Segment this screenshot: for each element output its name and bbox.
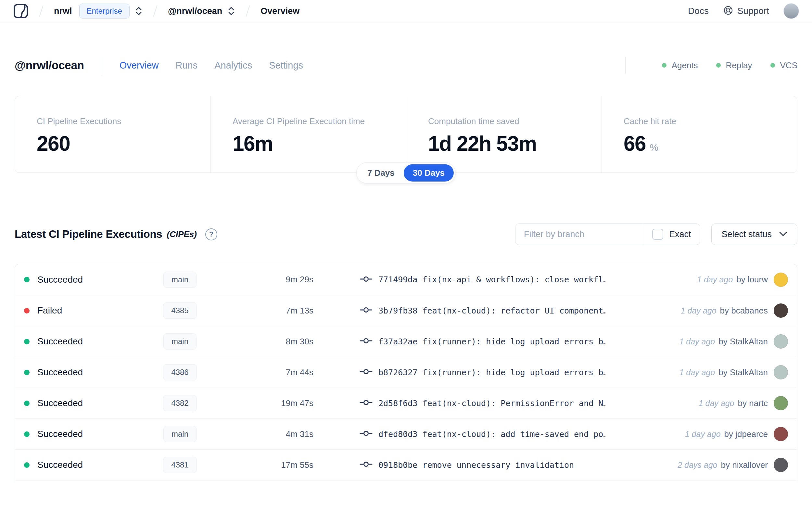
divider (102, 55, 102, 76)
env-label: Agents (672, 60, 698, 71)
cipe-row[interactable]: Succeeded 4386 7m 44s b8726327 fix(runne… (15, 357, 797, 388)
status-text: Succeeded (37, 398, 83, 408)
page-title: @nrwl/ocean (15, 59, 84, 72)
env-status-group: Agents Replay VCS (625, 57, 797, 74)
branch-badge: 4385 (163, 302, 197, 319)
commit-author: by StalkAltan (718, 336, 768, 347)
branch-badge: 4382 (163, 395, 197, 411)
env-status-agents[interactable]: Agents (662, 60, 698, 71)
tab-analytics[interactable]: Analytics (214, 60, 252, 71)
branch-filter-input[interactable] (516, 224, 643, 245)
nx-cloud-logo-icon[interactable] (13, 3, 29, 19)
stat-average-execution-time: Average CI Pipeline Execution time 16m (211, 96, 406, 172)
cipe-section-header: Latest CI Pipeline Executions (CIPEs) ? … (15, 224, 797, 245)
duration-text: 4m 31s (217, 429, 315, 439)
status-dot-icon (24, 308, 30, 314)
branch-badge: 4381 (163, 457, 197, 473)
env-label: VCS (780, 60, 797, 71)
org-switcher-chevron-icon[interactable] (135, 6, 142, 16)
stat-value: 260 (37, 132, 211, 155)
author-avatar (774, 334, 788, 349)
breadcrumb-workspace[interactable]: @nrwl/ocean (168, 6, 222, 16)
divider (625, 57, 626, 74)
commit-author: by lourw (736, 274, 768, 285)
branch-badge: 4386 (163, 364, 197, 380)
git-commit-icon (359, 275, 372, 284)
commit-author: by StalkAltan (718, 368, 768, 377)
status-text: Succeeded (37, 429, 83, 439)
status-dot-icon (24, 401, 30, 406)
stat-label: Computation time saved (428, 116, 601, 126)
status-select-button[interactable]: Select status (711, 224, 797, 245)
cipe-row[interactable]: Failed 4385 7m 13s 3b79fb38 feat(nx-clou… (15, 295, 797, 326)
duration-text: 19m 47s (217, 398, 315, 408)
commit-time: 1 day ago (685, 430, 721, 439)
commit-author: by jdpearce (724, 429, 768, 439)
breadcrumb-slash (153, 5, 157, 17)
tab-runs[interactable]: Runs (176, 60, 198, 71)
top-nav: nrwl Enterprise @nrwl/ocean Overview Doc… (0, 0, 812, 22)
stats-panel: CI Pipeline Executions 260 Average CI Pi… (15, 96, 797, 173)
cipe-row[interactable]: Succeeded main 4m 31s dfed80d3 feat(nx-c… (15, 418, 797, 449)
cipe-row[interactable]: Succeeded main 9m 29s 771499da fix(nx-ap… (15, 264, 797, 295)
table-tail-divider (15, 480, 797, 483)
git-commit-icon (359, 399, 372, 408)
cipe-row[interactable]: Succeeded 4381 17m 55s 0918b0be remove u… (15, 449, 797, 480)
stat-label: Cache hit rate (624, 116, 797, 126)
commit-author: by bcabanes (720, 306, 768, 316)
commit-message: dfed80d3 feat(nx-cloud): add time-saved … (378, 430, 606, 439)
stat-cache-hit-rate: Cache hit rate 66% (601, 96, 797, 172)
status-text: Failed (37, 305, 62, 316)
env-label: Replay (726, 60, 752, 71)
commit-message: 2d58f6d3 feat(nx-cloud): PermissionError… (378, 399, 606, 408)
branch-filter-group: Exact (515, 224, 701, 245)
stat-computation-time-saved: Computation time saved 1d 22h 53m (406, 96, 601, 172)
commit-author: by nixallover (721, 460, 768, 470)
status-text: Succeeded (37, 274, 83, 285)
commit-message: 771499da fix(nx-api & workflows): close … (378, 275, 606, 284)
support-link[interactable]: Support (723, 5, 769, 17)
cipe-title: Latest CI Pipeline Executions (15, 228, 163, 240)
status-dot-icon (770, 63, 775, 68)
workspace-header: @nrwl/ocean Overview Runs Analytics Sett… (0, 55, 812, 76)
env-status-vcs[interactable]: VCS (770, 60, 797, 71)
cipe-row[interactable]: Succeeded 4382 19m 47s 2d58f6d3 feat(nx-… (15, 388, 797, 418)
status-dot-icon (24, 370, 30, 375)
help-icon[interactable]: ? (205, 228, 217, 240)
author-avatar (774, 427, 788, 441)
enterprise-badge: Enterprise (79, 3, 129, 18)
workspace-switcher-chevron-icon[interactable] (227, 6, 235, 16)
commit-time: 2 days ago (677, 460, 717, 470)
git-commit-icon (359, 337, 372, 346)
breadcrumb-slash (246, 5, 250, 17)
tab-overview[interactable]: Overview (120, 60, 159, 71)
period-7-days-button[interactable]: 7 Days (358, 164, 404, 182)
stat-value: 66% (624, 132, 797, 155)
stat-value: 16m (232, 132, 406, 155)
branch-badge: main (163, 333, 197, 349)
status-text: Succeeded (37, 367, 83, 377)
author-avatar (774, 273, 788, 287)
life-buoy-icon (723, 5, 733, 17)
status-dot-icon (24, 462, 30, 468)
user-avatar[interactable] (783, 3, 799, 19)
commit-message: f37a32ae fix(runner): hide log upload er… (378, 337, 606, 346)
breadcrumb-org[interactable]: nrwl (54, 6, 72, 16)
docs-link[interactable]: Docs (688, 6, 709, 16)
exact-filter: Exact (643, 224, 700, 245)
tab-settings[interactable]: Settings (269, 60, 303, 71)
period-toggle: 7 Days 30 Days (356, 162, 456, 183)
exact-label: Exact (669, 229, 691, 239)
duration-text: 17m 55s (217, 460, 315, 470)
duration-text: 9m 29s (217, 274, 315, 285)
commit-message: b8726327 fix(runner): hide log upload er… (378, 368, 606, 377)
support-label: Support (737, 6, 769, 16)
exact-checkbox[interactable] (652, 229, 663, 240)
env-status-replay[interactable]: Replay (716, 60, 752, 71)
cipe-row[interactable]: Succeeded main 8m 30s f37a32ae fix(runne… (15, 326, 797, 357)
period-30-days-button[interactable]: 30 Days (404, 164, 454, 182)
chevron-down-icon (779, 231, 787, 238)
author-avatar (774, 396, 788, 410)
branch-badge: main (163, 272, 197, 288)
branch-badge: main (163, 426, 197, 442)
